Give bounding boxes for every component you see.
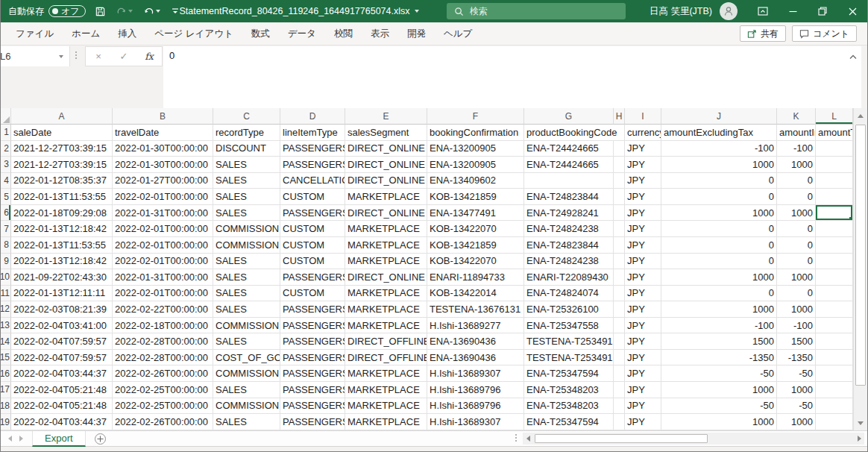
ribbon-tab[interactable]: ホーム xyxy=(63,22,109,45)
cell-D5[interactable]: CUSTOM xyxy=(280,189,345,205)
cell-J4[interactable]: 0 xyxy=(661,173,777,189)
horizontal-scrollbar[interactable] xyxy=(523,433,864,445)
comments-button[interactable]: コメント xyxy=(792,25,857,42)
cell-D16[interactable]: PASSENGERS xyxy=(280,365,345,382)
avatar[interactable] xyxy=(720,2,738,20)
cell-H18[interactable] xyxy=(614,398,625,415)
cell-I3[interactable]: JPY xyxy=(625,157,661,173)
cell-K8[interactable]: 0 xyxy=(777,237,816,254)
col-header-C[interactable]: C xyxy=(213,108,280,125)
cell-G5[interactable]: ENA-T24823844 xyxy=(524,189,614,205)
cell-L2[interactable] xyxy=(816,141,853,157)
cell-L4[interactable] xyxy=(816,173,853,189)
cell-L5[interactable] xyxy=(816,189,853,205)
cell-K19[interactable]: 1000 xyxy=(777,414,816,430)
cell-B3[interactable]: 2022-01-30T00:00:00 xyxy=(113,157,213,173)
cell-E18[interactable]: MARKETPLACE xyxy=(345,398,427,415)
cell-G7[interactable]: ENA-T24824238 xyxy=(524,221,614,237)
cell-A10[interactable]: 2021-09-22T02:43:30 xyxy=(11,269,113,286)
cell-C4[interactable]: SALES xyxy=(213,173,280,189)
cell-H5[interactable] xyxy=(614,189,625,205)
cell-D4[interactable]: CANCELLATION xyxy=(280,173,345,189)
cell-I17[interactable]: JPY xyxy=(625,382,661,398)
row-header-5[interactable]: 5 xyxy=(1,189,11,205)
cell-J18[interactable]: -50 xyxy=(661,398,777,415)
cell-D10[interactable]: PASSENGERS xyxy=(280,269,345,286)
cell-K3[interactable]: 1000 xyxy=(777,157,816,173)
enter-button[interactable]: ✓ xyxy=(111,51,136,62)
cell-E9[interactable]: MARKETPLACE xyxy=(345,254,427,270)
row-header-6[interactable]: 6 xyxy=(1,205,11,222)
cell-A8[interactable]: 2022-01-13T11:53:55 xyxy=(11,237,113,254)
scroll-right-button[interactable] xyxy=(854,433,864,445)
cell-E15[interactable]: DIRECT_OFFLINE xyxy=(345,350,427,366)
cell-B9[interactable]: 2022-02-01T00:00:00 xyxy=(113,254,213,270)
name-box-dropdown-icon[interactable] xyxy=(59,55,63,58)
previous-sheet-button[interactable] xyxy=(8,436,12,442)
cell-B5[interactable]: 2022-02-01T00:00:00 xyxy=(113,189,213,205)
col-header-J[interactable]: J xyxy=(661,108,777,125)
cell-B11[interactable]: 2022-02-01T00:00:00 xyxy=(113,286,213,302)
ribbon-tab[interactable]: 開発 xyxy=(398,22,435,45)
cell-J10[interactable]: 1000 xyxy=(661,269,777,286)
vertical-scrollbar[interactable] xyxy=(853,108,867,430)
cell-A19[interactable]: 2022-02-04T03:44:37 xyxy=(11,414,113,430)
cell-C12[interactable]: SALES xyxy=(213,301,280,318)
row-header-18[interactable]: 18 xyxy=(1,398,11,415)
cell-A16[interactable]: 2022-02-04T03:44:37 xyxy=(11,365,113,382)
cell-G18[interactable]: ENA-T25348203 xyxy=(524,398,614,415)
cell-G13[interactable]: ENA-T25347558 xyxy=(524,318,614,334)
cell-E5[interactable]: MARKETPLACE xyxy=(345,189,427,205)
cell-H19[interactable] xyxy=(614,414,625,430)
cell-G9[interactable]: ENA-T24824238 xyxy=(524,254,614,270)
cell-G8[interactable]: ENA-T24823844 xyxy=(524,237,614,254)
cell-D9[interactable]: CUSTOM xyxy=(280,254,345,270)
cell-D11[interactable]: CUSTOM xyxy=(280,286,345,302)
cell-K4[interactable]: 0 xyxy=(777,173,816,189)
cell-F2[interactable]: ENA-13200905 xyxy=(427,141,524,157)
cell-E11[interactable]: MARKETPLACE xyxy=(345,286,427,302)
cell-A17[interactable]: 2022-02-04T05:21:48 xyxy=(11,382,113,398)
cell-C3[interactable]: SALES xyxy=(213,157,280,173)
cell-I6[interactable]: JPY xyxy=(625,205,661,222)
select-all-button[interactable] xyxy=(1,108,11,125)
cell-J17[interactable]: 1000 xyxy=(661,382,777,398)
cell-F12[interactable]: TESTENA-13676131 xyxy=(427,301,524,318)
cell-B8[interactable]: 2022-02-01T00:00:00 xyxy=(113,237,213,254)
cell-D2[interactable]: PASSENGERS xyxy=(280,141,345,157)
cell-I10[interactable]: JPY xyxy=(625,269,661,286)
share-button[interactable]: 共有 xyxy=(740,25,786,42)
cell-G2[interactable]: ENA-T24424665 xyxy=(524,141,614,157)
autosave-switch[interactable]: オフ xyxy=(48,5,86,17)
cell-J13[interactable]: -100 xyxy=(661,318,777,334)
scroll-up-button[interactable] xyxy=(854,108,867,123)
row-header-19[interactable]: 19 xyxy=(1,414,11,430)
row-header-16[interactable]: 16 xyxy=(1,365,11,382)
cell-I8[interactable]: JPY xyxy=(625,237,661,254)
col-header-I[interactable]: I xyxy=(625,108,661,125)
cell-C7[interactable]: COMMISSION xyxy=(213,221,280,237)
cell-E16[interactable]: MARKETPLACE xyxy=(345,365,427,382)
collapse-formula-bar-button[interactable] xyxy=(849,51,857,62)
cell-L1[interactable]: amountTax xyxy=(816,125,853,141)
cell-D6[interactable]: PASSENGERS xyxy=(280,205,345,222)
cell-F11[interactable]: KOB-13422014 xyxy=(427,286,524,302)
ribbon-tab[interactable]: ヘルプ xyxy=(435,22,481,45)
cell-L16[interactable] xyxy=(816,365,853,382)
document-title[interactable]: StatementRecord_80426_119246_16449177650… xyxy=(142,0,456,22)
cell-I12[interactable]: JPY xyxy=(625,301,661,318)
cell-D8[interactable]: CUSTOM xyxy=(280,237,345,254)
new-sheet-button[interactable] xyxy=(95,433,106,445)
cell-J16[interactable]: -50 xyxy=(661,365,777,382)
cell-K10[interactable]: 1000 xyxy=(777,269,816,286)
cell-G16[interactable]: ENA-T25347594 xyxy=(524,365,614,382)
name-box[interactable]: L6 xyxy=(1,46,70,66)
cell-A15[interactable]: 2022-02-04T07:59:57 xyxy=(11,350,113,366)
col-header-D[interactable]: D xyxy=(280,108,345,125)
cell-B12[interactable]: 2022-02-22T00:00:00 xyxy=(113,301,213,318)
cell-B14[interactable]: 2022-02-28T00:00:00 xyxy=(113,333,213,350)
cell-B7[interactable]: 2022-02-01T00:00:00 xyxy=(113,221,213,237)
cell-D1[interactable]: lineItemType xyxy=(280,125,345,141)
cell-C13[interactable]: COMMISSION xyxy=(213,318,280,334)
cell-L12[interactable] xyxy=(816,301,853,318)
